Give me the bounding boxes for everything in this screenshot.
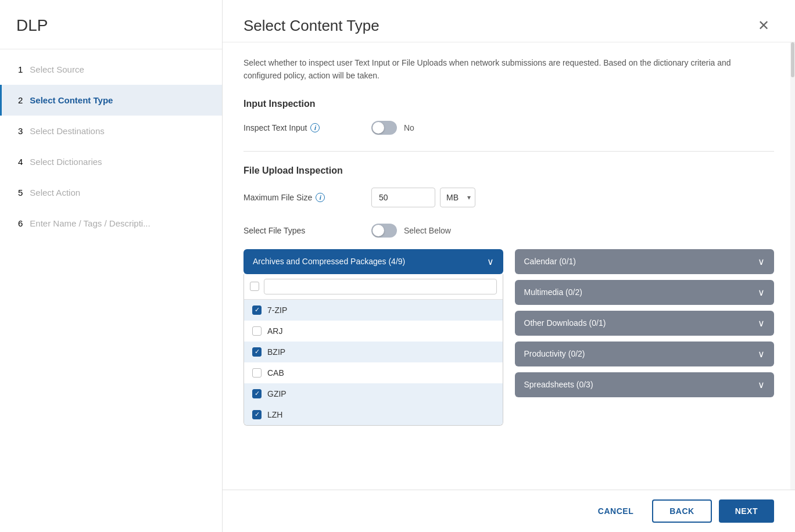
toggle-knob: [373, 122, 384, 134]
archives-dropdown-list: 7-ZIP ARJ BZIP: [244, 300, 503, 425]
archives-dropdown-panel: 7-ZIP ARJ BZIP: [243, 274, 503, 426]
list-item[interactable]: ARJ: [244, 321, 503, 342]
select-file-types-label: Select File Types: [243, 226, 305, 235]
sidebar-item-select-destinations[interactable]: 3 Select Destinations: [0, 116, 222, 146]
main-panel: Select Content Type ✕ Select whether to …: [223, 0, 795, 532]
max-file-size-info-icon: i: [316, 193, 325, 202]
item-checkbox-gzip[interactable]: [252, 389, 262, 398]
spreadsheets-dropdown-label: Spreadsheets (0/3): [524, 380, 593, 389]
other-downloads-dropdown[interactable]: Other Downloads (0/1) ∨: [515, 311, 775, 336]
scrollbar-thumb: [791, 42, 794, 77]
sidebar-item-select-content-type[interactable]: 2 Select Content Type: [0, 85, 222, 116]
sidebar-item-enter-name[interactable]: 6 Enter Name / Tags / Descripti...: [0, 208, 222, 239]
select-file-types-toggle[interactable]: [371, 224, 397, 238]
sidebar-item-select-source[interactable]: 1 Select Source: [0, 54, 222, 85]
section-divider-1: [243, 151, 774, 152]
item-label-arj: ARJ: [267, 326, 282, 336]
inspect-text-input-row: Inspect Text Input i No: [243, 121, 774, 135]
sidebar-steps: 1 Select Source 2 Select Content Type 3 …: [0, 49, 222, 243]
item-label-7zip: 7-ZIP: [267, 305, 287, 315]
archives-dropdown-chevron-icon: ∨: [487, 256, 494, 267]
file-size-unit-select[interactable]: MB GB KB: [440, 188, 475, 207]
list-item[interactable]: BZIP: [244, 342, 503, 362]
sidebar-item-select-dictionaries[interactable]: 4 Select Dictionaries: [0, 146, 222, 177]
max-file-size-label: Maximum File Size: [243, 193, 312, 202]
file-upload-inspection-section: File Upload Inspection Maximum File Size…: [243, 166, 774, 426]
archives-dropdown-label: Archives and Compressed Packages (4/9): [253, 257, 405, 266]
spreadsheets-chevron-icon: ∨: [758, 379, 765, 390]
main-footer: CANCEL BACK NEXT: [223, 490, 795, 532]
productivity-dropdown[interactable]: Productivity (0/2) ∨: [515, 342, 775, 366]
item-checkbox-bzip[interactable]: [252, 347, 262, 357]
multimedia-dropdown[interactable]: Multimedia (0/2) ∨: [515, 280, 775, 305]
multimedia-dropdown-label: Multimedia (0/2): [524, 287, 582, 297]
sidebar: DLP 1 Select Source 2 Select Content Typ…: [0, 0, 223, 532]
productivity-dropdown-label: Productivity (0/2): [524, 349, 585, 358]
archives-dropdown-trigger[interactable]: Archives and Compressed Packages (4/9) ∨: [243, 249, 503, 274]
item-label-lzh: LZH: [267, 410, 282, 419]
archives-search-input[interactable]: [264, 279, 497, 294]
close-button[interactable]: ✕: [753, 16, 774, 35]
calendar-dropdown-label: Calendar (0/1): [524, 257, 576, 266]
max-file-size-row: Maximum File Size i MB GB KB: [243, 188, 774, 207]
cancel-button[interactable]: CANCEL: [586, 499, 645, 523]
sidebar-item-select-action[interactable]: 5 Select Action: [0, 177, 222, 208]
input-inspection-section: Input Inspection Inspect Text Input i No: [243, 99, 774, 135]
other-downloads-chevron-icon: ∨: [758, 318, 765, 329]
file-size-unit-wrapper: MB GB KB: [440, 188, 475, 207]
item-checkbox-arj[interactable]: [252, 326, 262, 336]
right-dropdowns: Calendar (0/1) ∨ Multimedia (0/2) ∨ Othe…: [515, 249, 775, 397]
other-downloads-dropdown-label: Other Downloads (0/1): [524, 318, 606, 328]
multimedia-chevron-icon: ∨: [758, 287, 765, 298]
item-label-bzip: BZIP: [267, 347, 285, 357]
input-inspection-title: Input Inspection: [243, 99, 774, 109]
calendar-chevron-icon: ∨: [758, 256, 765, 267]
list-item[interactable]: 7-ZIP: [244, 300, 503, 321]
list-item[interactable]: GZIP: [244, 383, 503, 404]
select-file-types-value: Select Below: [404, 226, 451, 235]
item-label-cab: CAB: [267, 368, 284, 378]
back-button[interactable]: BACK: [652, 499, 711, 523]
inspect-text-input-info-icon: i: [310, 123, 320, 132]
main-header: Select Content Type ✕: [223, 0, 795, 42]
page-title: Select Content Type: [243, 17, 379, 35]
item-checkbox-7zip[interactable]: [252, 305, 262, 315]
sidebar-title: DLP: [0, 0, 222, 49]
spreadsheets-dropdown[interactable]: Spreadsheets (0/3) ∨: [515, 372, 775, 397]
select-all-checkbox[interactable]: [250, 282, 259, 291]
next-button[interactable]: NEXT: [719, 499, 774, 523]
scrollbar: [790, 42, 795, 490]
item-checkbox-lzh[interactable]: [252, 410, 262, 419]
productivity-chevron-icon: ∨: [758, 348, 765, 360]
page-description: Select whether to inspect user Text Inpu…: [243, 56, 743, 82]
item-label-gzip: GZIP: [267, 389, 287, 398]
file-size-input[interactable]: [371, 188, 435, 207]
calendar-dropdown[interactable]: Calendar (0/1) ∨: [515, 249, 775, 274]
main-body: Select whether to inspect user Text Inpu…: [223, 42, 795, 490]
toggle-knob-2: [373, 225, 384, 236]
inspect-text-input-value: No: [404, 123, 414, 132]
item-checkbox-cab[interactable]: [252, 368, 262, 378]
list-item[interactable]: CAB: [244, 362, 503, 383]
file-upload-inspection-title: File Upload Inspection: [243, 166, 774, 176]
list-item[interactable]: LZH: [244, 404, 503, 425]
archives-dropdown-container: Archives and Compressed Packages (4/9) ∨: [243, 249, 503, 426]
inspect-text-input-label: Inspect Text Input: [243, 123, 307, 132]
file-type-dropdowns: Archives and Compressed Packages (4/9) ∨: [243, 249, 774, 426]
file-types-section: Select File Types Select Below Archi: [243, 224, 774, 426]
inspect-text-input-toggle[interactable]: [371, 121, 397, 135]
